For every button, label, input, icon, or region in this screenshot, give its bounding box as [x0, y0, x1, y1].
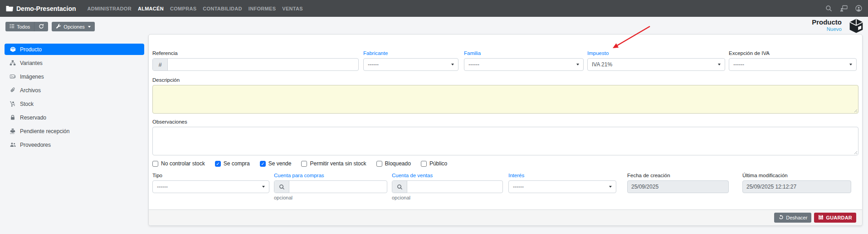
checkbox-se-vende[interactable]: Se vende	[260, 160, 292, 167]
user-circle-icon[interactable]	[855, 5, 862, 12]
checkbox-bloqueado[interactable]: Bloqueado	[376, 160, 411, 167]
sidebar-item-label: Variantes	[20, 60, 43, 66]
undo-icon	[778, 214, 784, 221]
navbar-right-icons	[825, 5, 862, 12]
sidebar-item-stock[interactable]: Stock	[5, 98, 144, 110]
sidebar-item-label: Stock	[20, 101, 34, 107]
lock-icon	[9, 115, 16, 120]
checkbox-no-controlar-stock[interactable]: No controlar stock	[152, 160, 205, 167]
paperclip-icon	[9, 87, 16, 93]
sidebar-item-label: Pendiente recepción	[20, 128, 69, 134]
save-button[interactable]: GUARDAR	[814, 213, 856, 223]
sidebar-item-label: Producto	[20, 46, 42, 53]
nav-item-ventas[interactable]: VENTAS	[282, 6, 303, 11]
fabricante-label[interactable]: Fabricante	[363, 50, 458, 56]
checkbox-box	[421, 161, 427, 167]
images-icon	[9, 74, 16, 80]
referencia-input[interactable]	[168, 59, 358, 70]
sidebar-item-variantes[interactable]: Variantes	[5, 57, 144, 69]
fabricante-select[interactable]: ------	[363, 58, 458, 71]
cuenta-compras-helper: opcional	[274, 195, 387, 200]
ship-icon	[9, 128, 16, 134]
cuenta-ventas-label[interactable]: Cuenta de ventas	[392, 172, 503, 179]
search-icon[interactable]	[392, 181, 407, 193]
checkbox-publico[interactable]: Público	[421, 160, 447, 167]
observaciones-label: Observaciones	[152, 119, 858, 125]
chevron-down-icon	[576, 64, 579, 65]
save-icon	[818, 214, 824, 221]
toolbar: Todos Opciones Producto Nuevo	[0, 17, 868, 36]
sidebar-item-producto[interactable]: Producto	[5, 44, 144, 55]
checkbox-permitir-venta-sin-stock[interactable]: Permitir venta sin stock	[301, 160, 366, 167]
cuenta-compras-input-group	[274, 180, 387, 193]
form-row-1: Referencia # Fabricante ------ Familia -…	[149, 50, 862, 71]
users-icon	[9, 142, 16, 148]
todos-label: Todos	[17, 24, 30, 30]
impuesto-label[interactable]: Impuesto	[587, 50, 725, 56]
cuenta-compras-label[interactable]: Cuenta para compras	[274, 172, 387, 179]
sidebar-item-pendiente-recepcion[interactable]: Pendiente recepción	[5, 125, 144, 137]
save-label: GUARDAR	[826, 215, 852, 220]
checkbox-box	[152, 161, 158, 167]
chevron-down-icon	[609, 186, 612, 188]
sidebar-item-reservado[interactable]: Reservado	[5, 112, 144, 123]
page-subtitle: Nuevo	[812, 26, 842, 32]
impuesto-select[interactable]: IVA 21%	[587, 58, 725, 71]
chevron-down-icon	[849, 64, 852, 65]
tipo-label: Tipo	[152, 172, 269, 179]
ultima-modificacion-field	[742, 180, 851, 193]
familia-select[interactable]: ------	[464, 58, 584, 71]
brand-label: Demo-Presentacion	[16, 5, 76, 12]
observaciones-textarea[interactable]	[153, 127, 858, 155]
descripcion-block: Descripción	[152, 77, 858, 114]
sidebar-item-archivos[interactable]: Archivos	[5, 85, 144, 96]
chevron-down-icon	[718, 64, 721, 65]
cuenta-compras-input[interactable]	[289, 181, 387, 193]
chevron-down-icon	[451, 64, 454, 65]
list-icon	[10, 24, 15, 30]
cuenta-ventas-input[interactable]	[407, 181, 502, 193]
sidebar-item-proveedores[interactable]: Proveedores	[5, 139, 144, 150]
page-title: Producto	[812, 18, 842, 26]
checkbox-box	[376, 161, 382, 167]
checkbox-se-compra[interactable]: Se compra	[215, 160, 250, 167]
fecha-creacion-input	[628, 181, 728, 193]
sidebar-item-imagenes[interactable]: Imágenes	[5, 71, 144, 82]
undo-button[interactable]: Deshacer	[774, 213, 811, 223]
top-navbar: Demo-Presentacion ADMINISTRADOR ALMACÉN …	[0, 0, 868, 17]
checkbox-row: No controlar stock Se compra Se vende Pe…	[152, 160, 858, 167]
checkbox-box	[260, 161, 266, 167]
opciones-button[interactable]: Opciones	[52, 22, 94, 31]
cuenta-ventas-helper: opcional	[392, 195, 503, 200]
excepcion-iva-select[interactable]: ------	[729, 58, 857, 71]
brand[interactable]: Demo-Presentacion	[6, 5, 76, 12]
todos-button[interactable]: Todos	[5, 22, 34, 31]
search-icon[interactable]	[825, 5, 832, 12]
sidebar: Producto Variantes Imágenes Archivos Sto…	[5, 44, 144, 153]
screen-share-icon[interactable]	[840, 5, 848, 12]
interes-select[interactable]: ------	[508, 180, 616, 193]
nav-item-administrador[interactable]: ADMINISTRADOR	[87, 6, 131, 11]
tipo-select[interactable]: ------	[152, 180, 269, 193]
nav-item-informes[interactable]: INFORMES	[249, 6, 276, 11]
familia-label[interactable]: Familia	[464, 50, 584, 56]
nav-item-contabilidad[interactable]: CONTABILIDAD	[203, 6, 242, 11]
sidebar-item-label: Archivos	[20, 87, 41, 94]
chevron-down-icon	[88, 26, 91, 28]
interes-label[interactable]: Interés	[508, 172, 616, 179]
nav-item-almacen[interactable]: ALMACÉN	[138, 6, 164, 11]
nav-item-compras[interactable]: COMPRAS	[170, 6, 196, 11]
ultima-modificacion-input	[743, 181, 851, 193]
search-icon[interactable]	[274, 181, 289, 193]
descripcion-textarea[interactable]	[153, 85, 858, 113]
refresh-icon	[39, 24, 44, 30]
refresh-button[interactable]	[34, 22, 48, 31]
hash-addon: #	[153, 59, 168, 70]
fecha-creacion-label: Fecha de creación	[627, 172, 729, 179]
opciones-label: Opciones	[63, 24, 84, 30]
sidebar-item-label: Imágenes	[20, 74, 44, 80]
dolly-icon	[9, 101, 16, 107]
undo-label: Deshacer	[786, 215, 807, 220]
wrench-icon	[56, 24, 61, 30]
chevron-down-icon	[262, 186, 265, 188]
